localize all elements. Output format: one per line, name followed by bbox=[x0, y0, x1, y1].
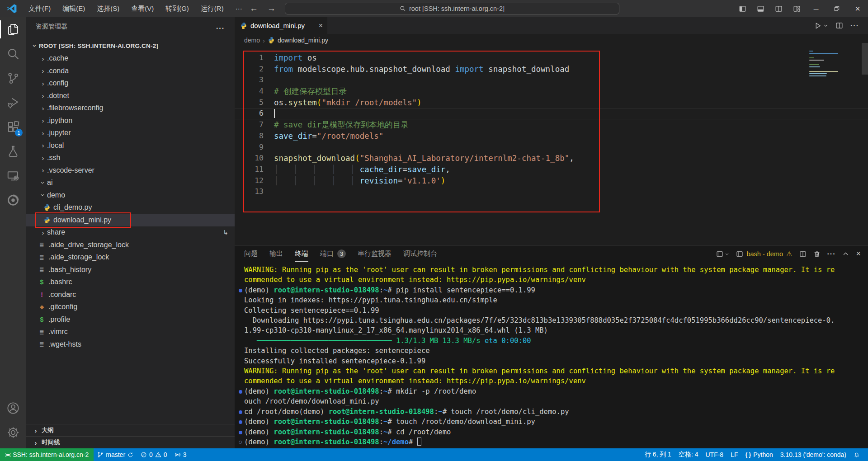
panel-tab-item[interactable]: 串行监视器 bbox=[358, 246, 392, 262]
code-line-3[interactable]: 3 bbox=[235, 75, 868, 86]
split-editor-icon[interactable] bbox=[835, 22, 843, 29]
menu-item[interactable]: 运行(R) bbox=[195, 0, 230, 17]
timeline-section[interactable]: ›时间线 bbox=[26, 436, 235, 448]
extensions-icon[interactable]: 1 bbox=[0, 115, 26, 139]
editor-more-actions-icon[interactable]: ··· bbox=[850, 22, 859, 30]
minimize-button[interactable]: ─ bbox=[806, 0, 826, 17]
tree-item--aide-storage-lock[interactable]: ≣.aide_storage_lock bbox=[26, 251, 235, 264]
maximize-panel-icon[interactable] bbox=[842, 250, 849, 257]
tree-item--ipython[interactable]: ›.ipython bbox=[26, 114, 235, 127]
code-line-2[interactable]: 2from modelscope.hub.snapshot_download i… bbox=[235, 64, 868, 75]
settings-gear-icon[interactable] bbox=[0, 420, 26, 445]
code-line-10[interactable]: 10snapshot_download("Shanghai_AI_Laborat… bbox=[235, 153, 868, 164]
tree-item--vimrc[interactable]: ≣.vimrc bbox=[26, 326, 235, 339]
problems-item[interactable]: 0 0 bbox=[137, 448, 171, 461]
code-line-12[interactable]: 12│ │ │ │ │ revision='v1.1.0') bbox=[235, 175, 868, 187]
tree-item--ssh[interactable]: ›.ssh bbox=[26, 152, 235, 165]
launch-profile-icon[interactable] bbox=[716, 250, 729, 258]
command-center-search[interactable]: root [SSH: ssh.intern-ai.org.cn-2] bbox=[285, 3, 619, 14]
back-icon[interactable]: ← bbox=[250, 4, 258, 14]
menu-item[interactable]: 选择(S) bbox=[91, 0, 125, 17]
tree-item-download-mini-py[interactable]: download_mini.py bbox=[26, 214, 235, 226]
eol-item[interactable]: LF bbox=[727, 448, 741, 461]
code-line-1[interactable]: 1import os bbox=[235, 52, 868, 64]
python-interpreter-item[interactable]: 3.10.13 ('demo': conda) bbox=[777, 448, 850, 461]
menu-item[interactable]: 查看(V) bbox=[125, 0, 160, 17]
tree-item--config[interactable]: ›.config bbox=[26, 77, 235, 90]
panel-tab-item[interactable]: 端口3 bbox=[320, 246, 346, 262]
language-item[interactable]: { }Python bbox=[742, 448, 777, 461]
toggle-secondary-sidebar-icon[interactable] bbox=[769, 0, 788, 17]
tree-item--dotnet[interactable]: ›.dotnet bbox=[26, 89, 235, 102]
panel-tab-active[interactable]: 终端 bbox=[295, 246, 308, 262]
code-line-9[interactable]: 9 bbox=[235, 142, 868, 153]
tree-item--cache[interactable]: ›.cache bbox=[26, 52, 235, 65]
panel-tab-item[interactable]: 调试控制台 bbox=[403, 246, 437, 262]
minimap[interactable] bbox=[809, 51, 840, 80]
tree-item-demo[interactable]: ›demo bbox=[26, 189, 235, 202]
remote-indicator[interactable]: >< SSH: ssh.intern-ai.org.cn-2 bbox=[0, 448, 94, 461]
toggle-panel-icon[interactable] bbox=[751, 0, 769, 17]
tree-item-cli-demo-py[interactable]: cli_demo.py bbox=[26, 202, 235, 214]
close-panel-icon[interactable]: × bbox=[856, 249, 861, 259]
command-decoration-dot[interactable] bbox=[239, 390, 242, 394]
tree-item--local[interactable]: ›.local bbox=[26, 139, 235, 152]
tree-item--gitconfig[interactable]: ◆.gitconfig bbox=[26, 301, 235, 314]
command-decoration-dot[interactable] bbox=[239, 289, 242, 292]
tree-item--profile[interactable]: $.profile bbox=[26, 313, 235, 326]
forward-icon[interactable]: → bbox=[267, 4, 276, 14]
menu-more[interactable]: ··· bbox=[230, 0, 248, 17]
code-line-6[interactable]: 6 bbox=[235, 108, 868, 119]
search-sidebar-icon[interactable] bbox=[0, 42, 26, 66]
kill-terminal-icon[interactable] bbox=[813, 250, 821, 258]
breadcrumb-dir[interactable]: demo bbox=[244, 37, 260, 44]
tree-item--bash-history[interactable]: ≣.bash_history bbox=[26, 263, 235, 276]
sidebar-more-actions[interactable]: ··· bbox=[216, 24, 225, 33]
tree-item-ai[interactable]: ›ai bbox=[26, 177, 235, 189]
terminal-output[interactable]: WARNING: Running pip as the 'root' user … bbox=[239, 265, 866, 447]
notifications-bell-icon[interactable] bbox=[850, 448, 863, 461]
account-icon[interactable] bbox=[0, 396, 26, 420]
tree-item-share[interactable]: ›share↳ bbox=[26, 226, 235, 239]
tree-item--condarc[interactable]: !.condarc bbox=[26, 288, 235, 301]
restore-button[interactable] bbox=[826, 0, 847, 17]
terminal-tab-item[interactable]: bash - demo ⚠ bbox=[736, 250, 792, 258]
editor-scrollbar[interactable] bbox=[862, 43, 868, 75]
close-button[interactable]: × bbox=[847, 0, 868, 17]
indentation-item[interactable]: 空格: 4 bbox=[675, 448, 702, 461]
menu-item[interactable]: 文件(F) bbox=[23, 0, 57, 17]
code-line-8[interactable]: 8save_dir="/root/models" bbox=[235, 131, 868, 142]
panel-more-actions-icon[interactable]: ··· bbox=[827, 250, 836, 258]
command-decoration-dot[interactable] bbox=[239, 441, 242, 444]
command-decoration-dot[interactable] bbox=[239, 420, 242, 424]
breadcrumb[interactable]: demo › download_mini.py bbox=[235, 34, 868, 47]
run-debug-icon[interactable] bbox=[0, 90, 26, 115]
encoding-item[interactable]: UTF-8 bbox=[702, 448, 727, 461]
git-branch-item[interactable]: master bbox=[94, 448, 137, 461]
browser-tools-icon[interactable] bbox=[0, 188, 26, 212]
code-line-7[interactable]: 7# save_dir是模型保存到本地的目录 bbox=[235, 119, 868, 131]
menu-item[interactable]: 编辑(E) bbox=[57, 0, 91, 17]
panel-tab-item[interactable]: 输出 bbox=[269, 246, 283, 262]
toggle-sidebar-icon[interactable] bbox=[733, 0, 751, 17]
code-line-5[interactable]: 5os.system("mkdir /root/models") bbox=[235, 97, 868, 108]
menu-item[interactable]: 转到(G) bbox=[160, 0, 195, 17]
outline-section[interactable]: ›大纲 bbox=[26, 424, 235, 436]
code-line-4[interactable]: 4# 创建保存模型目录 bbox=[235, 86, 868, 97]
panel-tab-item[interactable]: 问题 bbox=[244, 246, 258, 262]
customize-layout-icon[interactable] bbox=[788, 0, 806, 17]
tree-item--conda[interactable]: ›.conda bbox=[26, 65, 235, 77]
tab-download-mini[interactable]: download_mini.py × bbox=[235, 17, 327, 34]
source-control-icon[interactable] bbox=[0, 66, 26, 90]
breadcrumb-file[interactable]: download_mini.py bbox=[278, 37, 328, 44]
tree-item-root-ssh-ssh-intern-ai-org-cn-2-[interactable]: ›ROOT [SSH: SSH.INTERN-AI.ORG.CN-2] bbox=[26, 40, 235, 52]
command-decoration-dot[interactable] bbox=[239, 431, 242, 434]
tree-item--wget-hsts[interactable]: ≣.wget-hsts bbox=[26, 338, 235, 351]
cursor-position-item[interactable]: 行 6, 列 1 bbox=[641, 448, 675, 461]
command-decoration-dot[interactable] bbox=[239, 410, 242, 414]
code-line-13[interactable]: 13 bbox=[235, 186, 868, 198]
remote-explorer-icon[interactable] bbox=[0, 164, 26, 188]
tab-close-icon[interactable]: × bbox=[319, 22, 323, 30]
tree-item--jupyter[interactable]: ›.jupyter bbox=[26, 127, 235, 140]
tree-item--vscode-server[interactable]: ›.vscode-server bbox=[26, 164, 235, 177]
